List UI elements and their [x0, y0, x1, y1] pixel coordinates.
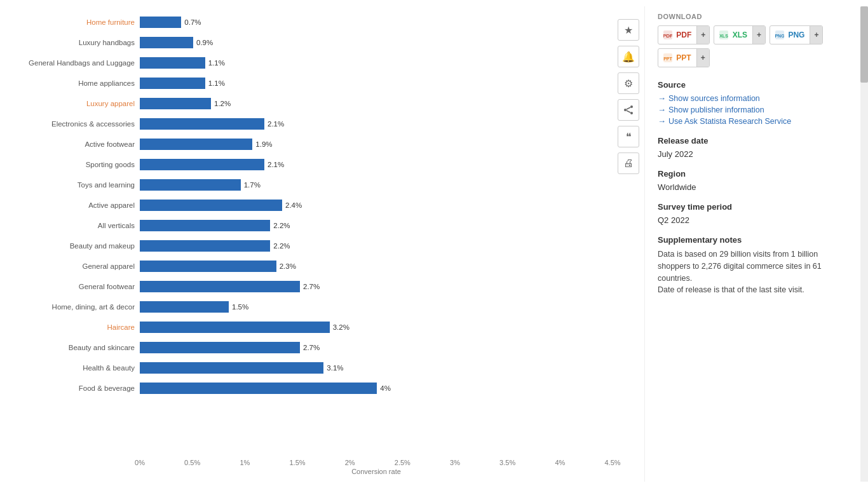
- bar-label: Home furniture: [13, 18, 140, 26]
- png-download-button[interactable]: PNG PNG +: [770, 25, 823, 44]
- bookmark-icon[interactable]: ★: [618, 19, 639, 41]
- gear-icon[interactable]: ⚙: [618, 72, 639, 94]
- bar-value: 3.2%: [333, 323, 349, 331]
- x-tick: 2.5%: [395, 459, 410, 466]
- table-row: General footwear2.7%: [13, 277, 613, 296]
- bar-value: 2.2%: [273, 222, 290, 229]
- show-publisher-link[interactable]: → Show publisher information: [658, 105, 848, 114]
- bar-fill: [140, 118, 264, 130]
- bar-label: Home appliances: [13, 79, 140, 87]
- bar-track: 1.2%: [140, 98, 613, 109]
- x-tick: 3.5%: [499, 459, 515, 466]
- bar-value: 2.1%: [268, 120, 284, 128]
- show-publisher-text: Show publisher information: [668, 105, 764, 114]
- bar-track: 3.1%: [140, 362, 613, 374]
- bar-track: 0.9%: [140, 37, 613, 48]
- table-row: Active footwear1.9%: [13, 135, 613, 154]
- bar-track: 1.1%: [140, 78, 613, 89]
- bar-track: 2.7%: [140, 281, 613, 292]
- survey-period-value: Q2 2022: [658, 215, 848, 225]
- scrollbar-thumb[interactable]: [860, 6, 868, 83]
- bar-track: 4%: [140, 383, 613, 394]
- x-axis-label: Conversion rate: [140, 468, 613, 475]
- svg-point-2: [630, 112, 633, 114]
- bar-track: 1.9%: [140, 139, 613, 150]
- table-row: Luxury apparel1.2%: [13, 94, 613, 113]
- bar-track: 1.1%: [140, 57, 613, 69]
- x-tick: 3%: [450, 459, 460, 466]
- table-row: Beauty and skincare2.7%: [13, 338, 613, 357]
- print-icon[interactable]: 🖨: [618, 152, 639, 174]
- pdf-label: PDF PDF: [658, 30, 696, 40]
- bar-label: Luxury handbags: [13, 39, 140, 46]
- svg-point-1: [624, 109, 627, 111]
- bar-fill: [140, 322, 330, 333]
- x-tick: 4.5%: [604, 459, 620, 466]
- release-date-value: July 2022: [658, 149, 848, 159]
- bar-label: General apparel: [13, 262, 140, 270]
- table-row: Electronics & accessories2.1%: [13, 114, 613, 133]
- bar-fill: [140, 57, 205, 69]
- scrollbar[interactable]: [860, 6, 868, 482]
- show-sources-link[interactable]: → Show sources information: [658, 93, 848, 103]
- bar-track: 2.4%: [140, 200, 613, 211]
- region-title: Region: [658, 169, 848, 179]
- bar-label: Health & beauty: [13, 364, 140, 372]
- xls-label: XLS XLS: [714, 30, 752, 40]
- bar-value: 2.3%: [280, 262, 296, 270]
- survey-period-title: Survey time period: [658, 202, 848, 212]
- table-row: Home appliances1.1%: [13, 74, 613, 93]
- arrow-icon-3: →: [658, 116, 666, 126]
- share-icon[interactable]: [618, 99, 639, 121]
- table-row: All verticals2.2%: [13, 216, 613, 235]
- release-date-title: Release date: [658, 136, 848, 146]
- bar-value: 2.1%: [268, 161, 284, 168]
- quote-icon[interactable]: ❝: [618, 126, 639, 147]
- bar-label: Luxury apparel: [13, 100, 140, 107]
- svg-line-3: [627, 107, 630, 109]
- ask-statista-link[interactable]: → Use Ask Statista Research Service: [658, 116, 848, 126]
- table-row: Home furniture0.7%: [13, 13, 613, 32]
- pdf-download-button[interactable]: PDF PDF +: [658, 25, 710, 44]
- png-plus[interactable]: +: [810, 26, 822, 44]
- bar-fill: [140, 139, 252, 150]
- bar-label: Home, dining, art & decor: [13, 303, 140, 311]
- bar-label: Food & beverage: [13, 384, 140, 392]
- bar-label: Toys and learning: [13, 181, 140, 189]
- show-sources-text: Show sources information: [668, 94, 760, 103]
- ppt-label: PPT PPT: [658, 53, 696, 63]
- region-value: Worldwide: [658, 182, 848, 192]
- ppt-plus[interactable]: +: [696, 49, 709, 67]
- bar-fill: [140, 37, 193, 48]
- bar-fill: [140, 362, 323, 374]
- table-row: Beauty and makeup2.2%: [13, 236, 613, 255]
- xls-plus[interactable]: +: [752, 26, 765, 44]
- bell-icon[interactable]: 🔔: [618, 46, 639, 67]
- table-row: Haircare3.2%: [13, 318, 613, 337]
- png-label: PNG PNG: [770, 30, 810, 40]
- arrow-icon-2: →: [658, 105, 666, 114]
- download-title: DOWNLOAD: [658, 13, 848, 20]
- bar-track: 2.3%: [140, 261, 613, 272]
- supplementary-notes-title: Supplementary notes: [658, 235, 848, 245]
- svg-text:PNG: PNG: [775, 34, 784, 38]
- bar-track: 2.1%: [140, 159, 613, 170]
- xls-download-button[interactable]: XLS XLS +: [714, 25, 766, 44]
- region-section: Region Worldwide: [658, 169, 848, 192]
- chart-toolbar: ★ 🔔 ⚙ ❝ 🖨: [613, 13, 644, 475]
- bar-value: 1.7%: [244, 181, 261, 189]
- bar-fill: [140, 17, 181, 28]
- bar-track: 3.2%: [140, 322, 613, 333]
- survey-period-section: Survey time period Q2 2022: [658, 202, 848, 225]
- bar-label: Beauty and makeup: [13, 242, 140, 250]
- pdf-plus[interactable]: +: [696, 26, 709, 44]
- right-panel: DOWNLOAD PDF PDF + XLS XLS +: [644, 6, 860, 482]
- bar-track: 0.7%: [140, 17, 613, 28]
- table-row: Luxury handbags0.9%: [13, 33, 613, 52]
- table-row: Sporting goods2.1%: [13, 155, 613, 174]
- bar-label: Beauty and skincare: [13, 344, 140, 351]
- bar-fill: [140, 281, 300, 292]
- bar-value: 1.5%: [232, 303, 248, 311]
- ppt-download-button[interactable]: PPT PPT +: [658, 48, 710, 67]
- bar-fill: [140, 220, 270, 231]
